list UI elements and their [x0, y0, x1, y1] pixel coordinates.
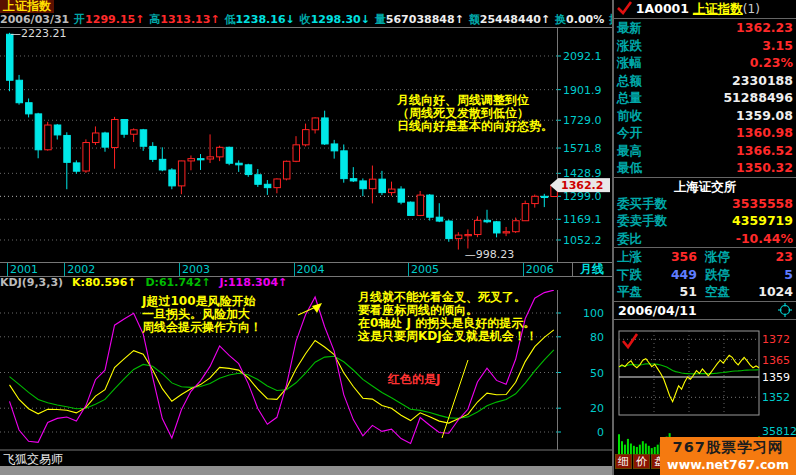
year-label: 2006 [523, 263, 554, 276]
candlestick-canvas: 2092.11901.91729.01571.81428.91299.01169… [0, 28, 612, 262]
tab-detail[interactable]: 细 [615, 454, 632, 469]
kdj-params[interactable]: KDJ(9,3,3) [0, 276, 63, 289]
quote-row-low: 最低1350.32 [614, 159, 796, 177]
svg-text:1901.9: 1901.9 [563, 84, 602, 97]
intraday-date-bar: 2006/04/11 [614, 301, 796, 320]
svg-text:—998.23: —998.23 [465, 248, 514, 261]
quote-row-bid-lots: 委买手数3535558 [614, 195, 796, 213]
svg-text:1299.0: 1299.0 [563, 190, 602, 203]
kdj-annotation-j-label: 红色的是J [388, 373, 440, 386]
quote-row-amount: 总额2330188 [614, 72, 796, 90]
kdj-d-value: D:61.742↑ [145, 276, 210, 289]
year-label: 2005 [408, 263, 439, 276]
field-close: 收1298.30↓ [300, 13, 370, 26]
intraday-date: 2006/04/11 [618, 302, 697, 319]
candlestick-chart[interactable]: 2092.11901.91729.01571.81428.91299.01169… [0, 28, 612, 262]
watermark: 767股票学习网 www.net767.com [660, 437, 796, 475]
svg-text:1169.1: 1169.1 [563, 213, 602, 226]
check-icon [616, 0, 632, 15]
svg-text:1352: 1352 [762, 391, 790, 404]
year-label: 2001 [7, 263, 38, 276]
market-breadth: 上涨356 涨停23 下跌449 跌停5 平盘51 空盘1024 [614, 247, 796, 301]
period-selector-monthly[interactable]: 月线 [572, 263, 604, 276]
up-arrow-icon: ↑ [541, 13, 550, 26]
ohlc-bar: 2006/03/31 开1299.15↑ 高1313.13↑ 低1238.16↓… [0, 13, 612, 27]
field-amount: 额25448440↑ [469, 13, 550, 26]
year-label: 2003 [179, 263, 210, 276]
crosshair-icon[interactable] [778, 303, 792, 317]
breadth-row-decliners: 下跌449 跌停5 [614, 266, 796, 284]
quote-row-commission-ratio: 委比-10.44% [614, 230, 796, 248]
quote-row-high: 最高1366.52 [614, 142, 796, 160]
time-axis: 月线 200120022003200420052006 [0, 262, 612, 277]
svg-text:80: 80 [590, 331, 604, 344]
breadth-row-advancers: 上涨356 涨停23 [614, 248, 796, 266]
top-info-bar: 上证指数 2006/03/31 开1299.15↑ 高1313.13↑ 低123… [0, 0, 612, 28]
svg-text:1052.2: 1052.2 [563, 234, 602, 247]
field-volume: 量567038848↑ [375, 13, 464, 26]
kdj-header: KDJ(9,3,3) K:80.596↑ D:61.742↑ J:118.304… [0, 277, 612, 289]
svg-text:—2223.21: —2223.21 [10, 28, 67, 40]
svg-text:20: 20 [590, 402, 604, 415]
app-brand: 飞狐交易师 [3, 451, 63, 468]
field-low: 低1238.16↓ [224, 13, 294, 26]
kdj-annotation-monthly: 月线就不能光看金叉、死叉了。 要看座标周线的倾向。 在0轴处 J 的拐头是良好的… [358, 291, 538, 343]
svg-text:100: 100 [583, 307, 604, 320]
svg-text:1729.0: 1729.0 [563, 114, 602, 127]
bar-date: 2006/03/31 [0, 13, 69, 26]
quote-row-volume: 总量51288496 [614, 89, 796, 107]
svg-text:1359: 1359 [762, 371, 790, 384]
quote-row-change: 涨跌3.15 [614, 37, 796, 55]
kdj-k-value: K:80.596↑ [72, 276, 137, 289]
quote-row-prev-close: 前收1359.08 [614, 107, 796, 125]
svg-text:1571.8: 1571.8 [563, 142, 602, 155]
svg-text:50: 50 [590, 367, 604, 380]
kdj-annotation-risk: J超过100是风险开始 一旦拐头。风险加大 周线会提示操作方向！ [142, 295, 262, 334]
quote-row-open: 今开1360.98 [614, 124, 796, 142]
year-label: 2004 [294, 263, 325, 276]
field-turnover: 换0.00% [555, 13, 604, 26]
svg-text:1365: 1365 [762, 354, 790, 367]
down-arrow-icon: ↓ [286, 13, 295, 26]
kdj-j-value: J:118.304↑ [219, 276, 287, 289]
down-arrow-icon: ↓ [361, 13, 370, 26]
svg-text:2092.1: 2092.1 [563, 50, 602, 63]
index-title[interactable]: 上证指数 [0, 0, 54, 13]
app-window: 上证指数 2006/03/31 开1299.15↑ 高1313.13↑ 低123… [0, 0, 796, 475]
field-high: 高1313.13↑ [149, 13, 219, 26]
up-arrow-icon: ↑ [135, 13, 144, 26]
quote-row-change-pct: 涨幅0.23% [614, 54, 796, 72]
up-arrow-icon: ↑ [210, 13, 219, 26]
quote-header: 1A0001 上证指数(1) [614, 0, 796, 19]
watermark-url: www.net767.com [660, 457, 796, 472]
quote-row-ask-lots: 委卖手数4359719 [614, 212, 796, 230]
quote-panel: 1A0001 上证指数(1) 最新1362.23 涨跌3.15 涨幅0.23% … [612, 0, 796, 475]
exchange-title: 上海证交所 [614, 177, 796, 195]
stock-code: 1A0001 [636, 1, 689, 16]
svg-text:1372: 1372 [762, 333, 790, 346]
svg-text:1362.2: 1362.2 [561, 179, 603, 192]
breadth-row-unchanged: 平盘51 空盘1024 [614, 283, 796, 301]
stock-name-link[interactable]: 上证指数 [693, 1, 743, 16]
watermark-site-name: 767股票学习网 [660, 437, 796, 457]
year-label: 2002 [64, 263, 95, 276]
main-chart-annotation: 月线向好、周线调整到位 （周线死叉发散到低位） 日线向好是基本的向好恣势。 [397, 94, 553, 133]
quote-row-last: 最新1362.23 [614, 19, 796, 37]
svg-text:0: 0 [597, 426, 604, 439]
tab-price[interactable]: 价 [633, 454, 650, 469]
field-open: 开1299.15↑ [74, 13, 144, 26]
up-arrow-icon: ↑ [455, 13, 464, 26]
